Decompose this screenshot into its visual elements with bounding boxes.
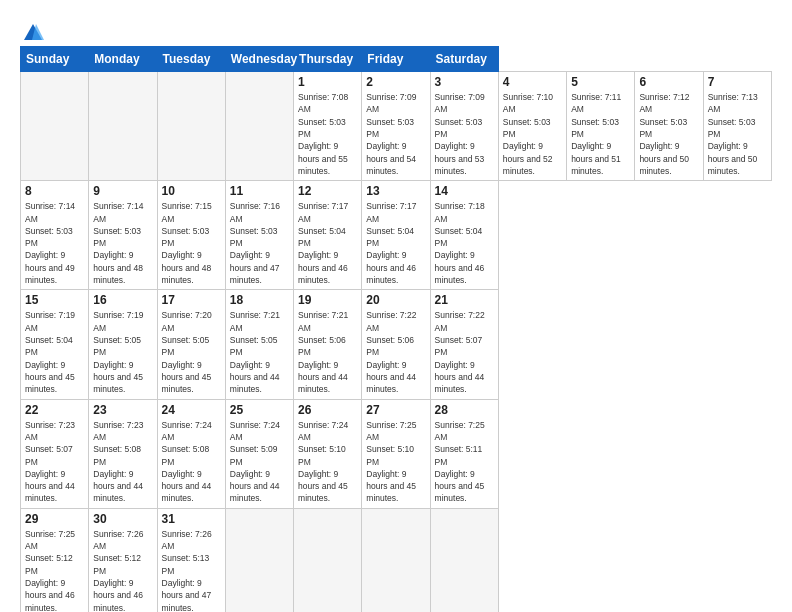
calendar-day-7: 7Sunrise: 7:13 AMSunset: 5:03 PMDaylight… <box>703 72 771 181</box>
day-number: 24 <box>162 403 221 417</box>
day-number: 13 <box>366 184 425 198</box>
day-number: 22 <box>25 403 84 417</box>
day-info: Sunrise: 7:25 AMSunset: 5:10 PMDaylight:… <box>366 419 425 505</box>
day-info: Sunrise: 7:24 AMSunset: 5:08 PMDaylight:… <box>162 419 221 505</box>
calendar-day-10: 10Sunrise: 7:15 AMSunset: 5:03 PMDayligh… <box>157 181 225 290</box>
day-number: 27 <box>366 403 425 417</box>
calendar-day-empty <box>430 508 498 612</box>
day-info: Sunrise: 7:18 AMSunset: 5:04 PMDaylight:… <box>435 200 494 286</box>
calendar-day-6: 6Sunrise: 7:12 AMSunset: 5:03 PMDaylight… <box>635 72 703 181</box>
calendar-day-24: 24Sunrise: 7:24 AMSunset: 5:08 PMDayligh… <box>157 399 225 508</box>
day-info: Sunrise: 7:21 AMSunset: 5:05 PMDaylight:… <box>230 309 289 395</box>
day-info: Sunrise: 7:13 AMSunset: 5:03 PMDaylight:… <box>708 91 767 177</box>
calendar-header-thursday: Thursday <box>294 47 362 72</box>
calendar-day-31: 31Sunrise: 7:26 AMSunset: 5:13 PMDayligh… <box>157 508 225 612</box>
day-number: 4 <box>503 75 562 89</box>
day-info: Sunrise: 7:26 AMSunset: 5:13 PMDaylight:… <box>162 528 221 612</box>
calendar-header-wednesday: Wednesday <box>225 47 293 72</box>
calendar-day-28: 28Sunrise: 7:25 AMSunset: 5:11 PMDayligh… <box>430 399 498 508</box>
day-info: Sunrise: 7:08 AMSunset: 5:03 PMDaylight:… <box>298 91 357 177</box>
day-info: Sunrise: 7:26 AMSunset: 5:12 PMDaylight:… <box>93 528 152 612</box>
day-info: Sunrise: 7:17 AMSunset: 5:04 PMDaylight:… <box>298 200 357 286</box>
calendar-header-saturday: Saturday <box>430 47 498 72</box>
calendar-day-19: 19Sunrise: 7:21 AMSunset: 5:06 PMDayligh… <box>294 290 362 399</box>
calendar-day-2: 2Sunrise: 7:09 AMSunset: 5:03 PMDaylight… <box>362 72 430 181</box>
logo <box>20 22 44 44</box>
calendar-day-empty <box>294 508 362 612</box>
calendar-day-3: 3Sunrise: 7:09 AMSunset: 5:03 PMDaylight… <box>430 72 498 181</box>
day-number: 10 <box>162 184 221 198</box>
calendar: SundayMondayTuesdayWednesdayThursdayFrid… <box>20 46 772 612</box>
day-number: 20 <box>366 293 425 307</box>
day-number: 28 <box>435 403 494 417</box>
calendar-day-12: 12Sunrise: 7:17 AMSunset: 5:04 PMDayligh… <box>294 181 362 290</box>
day-number: 3 <box>435 75 494 89</box>
day-info: Sunrise: 7:09 AMSunset: 5:03 PMDaylight:… <box>435 91 494 177</box>
day-info: Sunrise: 7:23 AMSunset: 5:08 PMDaylight:… <box>93 419 152 505</box>
day-info: Sunrise: 7:15 AMSunset: 5:03 PMDaylight:… <box>162 200 221 286</box>
header <box>20 18 772 44</box>
calendar-day-empty <box>21 72 89 181</box>
calendar-day-27: 27Sunrise: 7:25 AMSunset: 5:10 PMDayligh… <box>362 399 430 508</box>
calendar-day-empty <box>89 72 157 181</box>
calendar-day-5: 5Sunrise: 7:11 AMSunset: 5:03 PMDaylight… <box>567 72 635 181</box>
day-info: Sunrise: 7:25 AMSunset: 5:12 PMDaylight:… <box>25 528 84 612</box>
day-number: 31 <box>162 512 221 526</box>
day-info: Sunrise: 7:17 AMSunset: 5:04 PMDaylight:… <box>366 200 425 286</box>
day-info: Sunrise: 7:11 AMSunset: 5:03 PMDaylight:… <box>571 91 630 177</box>
calendar-day-15: 15Sunrise: 7:19 AMSunset: 5:04 PMDayligh… <box>21 290 89 399</box>
calendar-day-20: 20Sunrise: 7:22 AMSunset: 5:06 PMDayligh… <box>362 290 430 399</box>
day-number: 9 <box>93 184 152 198</box>
day-info: Sunrise: 7:23 AMSunset: 5:07 PMDaylight:… <box>25 419 84 505</box>
calendar-header-monday: Monday <box>89 47 157 72</box>
day-number: 17 <box>162 293 221 307</box>
day-number: 25 <box>230 403 289 417</box>
calendar-day-4: 4Sunrise: 7:10 AMSunset: 5:03 PMDaylight… <box>498 72 566 181</box>
calendar-day-22: 22Sunrise: 7:23 AMSunset: 5:07 PMDayligh… <box>21 399 89 508</box>
day-info: Sunrise: 7:22 AMSunset: 5:07 PMDaylight:… <box>435 309 494 395</box>
day-info: Sunrise: 7:12 AMSunset: 5:03 PMDaylight:… <box>639 91 698 177</box>
day-number: 7 <box>708 75 767 89</box>
calendar-day-25: 25Sunrise: 7:24 AMSunset: 5:09 PMDayligh… <box>225 399 293 508</box>
day-number: 18 <box>230 293 289 307</box>
day-info: Sunrise: 7:22 AMSunset: 5:06 PMDaylight:… <box>366 309 425 395</box>
day-number: 5 <box>571 75 630 89</box>
calendar-day-empty <box>157 72 225 181</box>
day-number: 1 <box>298 75 357 89</box>
calendar-header-tuesday: Tuesday <box>157 47 225 72</box>
day-number: 14 <box>435 184 494 198</box>
day-number: 12 <box>298 184 357 198</box>
calendar-day-11: 11Sunrise: 7:16 AMSunset: 5:03 PMDayligh… <box>225 181 293 290</box>
calendar-day-26: 26Sunrise: 7:24 AMSunset: 5:10 PMDayligh… <box>294 399 362 508</box>
day-info: Sunrise: 7:21 AMSunset: 5:06 PMDaylight:… <box>298 309 357 395</box>
calendar-day-29: 29Sunrise: 7:25 AMSunset: 5:12 PMDayligh… <box>21 508 89 612</box>
day-number: 30 <box>93 512 152 526</box>
calendar-week-2: 8Sunrise: 7:14 AMSunset: 5:03 PMDaylight… <box>21 181 772 290</box>
calendar-week-1: 1Sunrise: 7:08 AMSunset: 5:03 PMDaylight… <box>21 72 772 181</box>
calendar-day-13: 13Sunrise: 7:17 AMSunset: 5:04 PMDayligh… <box>362 181 430 290</box>
calendar-week-3: 15Sunrise: 7:19 AMSunset: 5:04 PMDayligh… <box>21 290 772 399</box>
calendar-day-18: 18Sunrise: 7:21 AMSunset: 5:05 PMDayligh… <box>225 290 293 399</box>
calendar-day-1: 1Sunrise: 7:08 AMSunset: 5:03 PMDaylight… <box>294 72 362 181</box>
day-number: 2 <box>366 75 425 89</box>
calendar-header-row: SundayMondayTuesdayWednesdayThursdayFrid… <box>21 47 772 72</box>
day-number: 8 <box>25 184 84 198</box>
day-number: 11 <box>230 184 289 198</box>
day-number: 26 <box>298 403 357 417</box>
calendar-day-14: 14Sunrise: 7:18 AMSunset: 5:04 PMDayligh… <box>430 181 498 290</box>
day-number: 6 <box>639 75 698 89</box>
calendar-day-9: 9Sunrise: 7:14 AMSunset: 5:03 PMDaylight… <box>89 181 157 290</box>
calendar-week-5: 29Sunrise: 7:25 AMSunset: 5:12 PMDayligh… <box>21 508 772 612</box>
day-number: 29 <box>25 512 84 526</box>
day-number: 21 <box>435 293 494 307</box>
calendar-day-empty <box>362 508 430 612</box>
day-number: 23 <box>93 403 152 417</box>
day-info: Sunrise: 7:24 AMSunset: 5:09 PMDaylight:… <box>230 419 289 505</box>
day-info: Sunrise: 7:09 AMSunset: 5:03 PMDaylight:… <box>366 91 425 177</box>
calendar-body: 1Sunrise: 7:08 AMSunset: 5:03 PMDaylight… <box>21 72 772 613</box>
day-info: Sunrise: 7:16 AMSunset: 5:03 PMDaylight:… <box>230 200 289 286</box>
logo-icon <box>22 22 44 44</box>
day-info: Sunrise: 7:19 AMSunset: 5:05 PMDaylight:… <box>93 309 152 395</box>
day-info: Sunrise: 7:19 AMSunset: 5:04 PMDaylight:… <box>25 309 84 395</box>
calendar-day-21: 21Sunrise: 7:22 AMSunset: 5:07 PMDayligh… <box>430 290 498 399</box>
